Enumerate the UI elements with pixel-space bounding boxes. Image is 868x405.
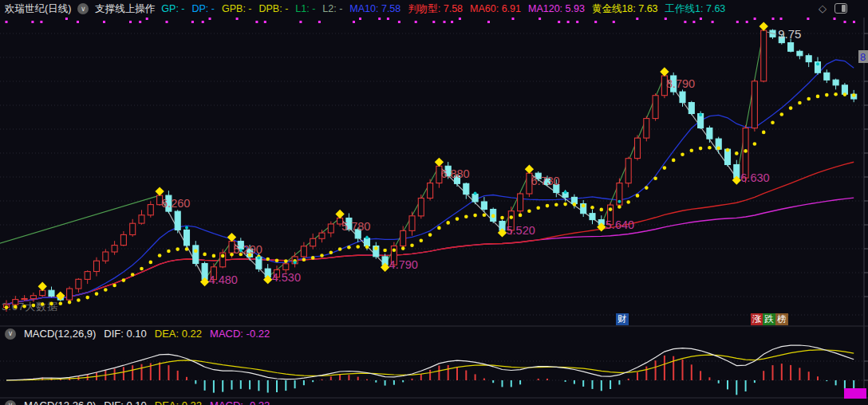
macd-bar: [592, 380, 594, 389]
macd-bar: [718, 380, 720, 383]
signal-dot: [166, 21, 168, 23]
golden-line-dot: [356, 245, 360, 249]
golden-line-dot: [320, 254, 324, 258]
candle-body: [824, 73, 830, 80]
candle-body: [184, 230, 190, 246]
macd-bar: [267, 380, 269, 393]
golden-line-dot: [22, 305, 26, 309]
macd-bar: [736, 380, 737, 395]
golden-line-dot: [582, 204, 586, 208]
swing-diamond-icon: [435, 158, 444, 167]
price-label-peak: 5.780: [341, 220, 370, 233]
badge-2[interactable]: 跌: [763, 313, 775, 325]
signal-dot: [772, 18, 775, 20]
badge-3[interactable]: 榜: [775, 313, 788, 325]
badge-0[interactable]: 财: [616, 313, 629, 325]
main-chart[interactable]: 6.2604.4805.2904.5305.7804.7906.8805.520…: [0, 0, 868, 405]
swing-diamond-icon: [155, 187, 164, 195]
signal-dot: [146, 18, 148, 20]
golden-line-dot: [483, 213, 487, 217]
golden-line-dot: [185, 247, 189, 251]
macd-bar: [817, 376, 819, 380]
candle-body: [472, 195, 478, 202]
strategy-name: 支撑线上操作: [95, 2, 155, 16]
signal-dot: [692, 21, 695, 23]
macd-bar: [312, 380, 314, 382]
golden-line-dot: [95, 292, 99, 296]
golden-line-dot: [410, 243, 414, 247]
collapse-icon[interactable]: ∨: [5, 328, 16, 340]
signal-dot: [558, 21, 560, 23]
golden-line-dot: [825, 93, 829, 97]
golden-line-dot: [203, 253, 207, 257]
macd-bar: [132, 365, 133, 380]
macd-bar: [655, 360, 657, 380]
golden-line-dot: [636, 194, 640, 198]
signal-dot: [459, 18, 461, 20]
signal-dot: [844, 21, 846, 23]
trading-app-window: 3.67大数据 6.2604.4805.2904.5305.7804.7906.…: [0, 0, 868, 405]
panel-toggle-icon[interactable]: [834, 3, 847, 14]
golden-line-dot: [167, 250, 171, 254]
macd-bar: [546, 379, 548, 380]
signal-dot: [700, 18, 702, 20]
macd-bar: [628, 379, 629, 380]
swing-diamond-icon: [760, 22, 768, 30]
macd-bar: [637, 372, 638, 380]
golden-line-dot: [527, 209, 531, 213]
golden-line-dot: [546, 204, 550, 208]
golden-line-dot: [59, 301, 63, 305]
macd-bar: [565, 380, 566, 382]
golden-line-dot: [500, 216, 504, 220]
golden-line-dot: [491, 214, 495, 218]
golden-line-dot: [266, 258, 270, 261]
golden-line-dot: [473, 214, 477, 218]
golden-line-dot: [275, 259, 279, 263]
diamond-icon[interactable]: ◇: [819, 2, 827, 14]
candle-body: [464, 183, 469, 194]
price-label-trough: 4.480: [209, 273, 238, 286]
golden-line-dot: [14, 305, 18, 309]
golden-line-dot: [744, 149, 748, 153]
signal-dot: [576, 21, 578, 23]
signal-dot: [613, 21, 615, 23]
macd-bar: [826, 380, 827, 381]
swing-diamond-icon: [38, 282, 47, 291]
golden-line-dot: [753, 142, 757, 146]
golden-line-dot: [5, 305, 9, 309]
signal-dot: [398, 21, 400, 23]
candle-body: [22, 299, 27, 300]
signal-dot: [359, 18, 361, 20]
signal-dot: [236, 18, 239, 20]
golden-line-dot: [536, 206, 540, 210]
macd-bar: [601, 380, 602, 391]
collapse-icon-2[interactable]: ∨: [5, 400, 16, 405]
signal-dot: [736, 21, 739, 23]
signal-dot: [487, 21, 490, 23]
indicator-field-0: GP: -: [161, 3, 184, 14]
signal-dot: [65, 18, 68, 20]
chevron-down-icon[interactable]: ∨: [77, 3, 89, 14]
macd-panel-header: ∨ MACD(12,26,9) DIF: 0.10 DEA: 0.22 MACD…: [0, 327, 868, 340]
candle-body: [400, 230, 406, 246]
macd-bar: [745, 380, 747, 391]
price-label-peak: 8.790: [666, 77, 695, 90]
macd-bar: [402, 380, 404, 382]
signal-dot: [567, 21, 570, 23]
golden-line-dot: [374, 246, 378, 250]
candle-body: [797, 51, 803, 56]
candle-body: [49, 290, 54, 296]
macd-bar: [475, 374, 476, 380]
macd-bar: [456, 367, 458, 380]
macd-title: MACD(12,26,9): [24, 328, 96, 340]
signal-dot: [299, 21, 302, 23]
badge-1[interactable]: 涨: [751, 313, 763, 325]
golden-line-dot: [420, 239, 424, 243]
price-label-peak: 6.880: [440, 167, 469, 180]
candle-body: [112, 246, 117, 252]
candle-body: [76, 279, 81, 289]
macd-bar: [708, 377, 710, 380]
macd-bar: [348, 375, 349, 380]
macd-bar: [790, 365, 791, 380]
macd-bar: [438, 366, 440, 381]
